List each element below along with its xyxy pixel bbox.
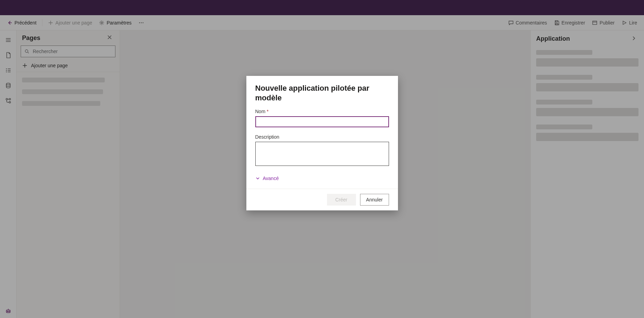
create-button-label: Créer: [335, 197, 347, 202]
cancel-button-label: Annuler: [366, 197, 382, 202]
name-field: Nom*: [255, 109, 389, 127]
create-button[interactable]: Créer: [327, 194, 356, 206]
description-input[interactable]: [255, 142, 389, 166]
description-field: Description: [255, 134, 389, 167]
description-field-label: Description: [255, 134, 389, 140]
advanced-toggle-label: Avancé: [263, 176, 279, 181]
dialog-title: Nouvelle application pilotée par modèle: [255, 83, 389, 102]
advanced-toggle[interactable]: Avancé: [255, 174, 279, 187]
name-field-label: Nom*: [255, 109, 389, 114]
dialog-footer: Créer Annuler: [246, 189, 398, 210]
name-input[interactable]: [255, 116, 389, 127]
chevron-down-icon: [255, 176, 260, 181]
modal-overlay: Nouvelle application pilotée par modèle …: [0, 0, 644, 318]
new-app-dialog: Nouvelle application pilotée par modèle …: [246, 76, 398, 210]
cancel-button[interactable]: Annuler: [360, 194, 389, 206]
required-star: *: [267, 109, 268, 114]
name-field-label-text: Nom: [255, 109, 266, 114]
